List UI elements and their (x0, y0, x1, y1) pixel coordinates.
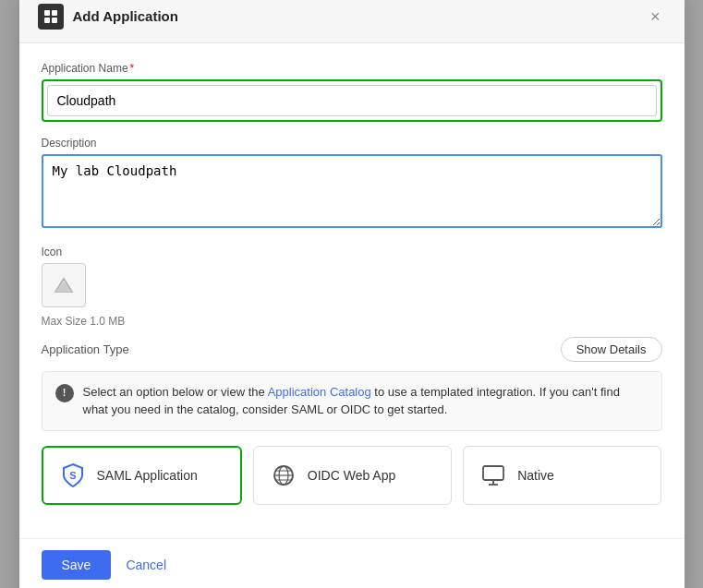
application-catalog-link[interactable]: Application Catalog (268, 385, 371, 399)
app-name-group: Application Name* (42, 62, 662, 122)
modal-body: Application Name* Description My lab Clo… (19, 43, 685, 538)
show-details-button[interactable]: Show Details (561, 337, 662, 362)
app-name-highlight-box (42, 79, 662, 122)
app-type-row: Application Type Show Details (42, 337, 662, 362)
max-size-text: Max Size 1.0 MB (42, 315, 126, 328)
description-label: Description (42, 137, 662, 150)
oidc-globe-icon (269, 461, 298, 490)
app-name-input[interactable] (47, 85, 657, 116)
save-button[interactable]: Save (42, 550, 112, 580)
info-box: ! Select an option below or view the App… (42, 371, 662, 431)
close-button[interactable]: × (645, 6, 666, 27)
app-type-label: Application Type (42, 342, 129, 356)
modal-header: Add Application × (19, 0, 685, 43)
native-monitor-icon (479, 461, 508, 490)
info-text: Select an option below or view the Appli… (83, 383, 648, 419)
app-type-card-saml[interactable]: S SAML Application (42, 446, 242, 505)
svg-rect-1 (52, 10, 57, 16)
description-group: Description My lab Cloudpath (42, 137, 662, 231)
app-header-icon (38, 4, 64, 30)
app-type-card-native[interactable]: Native (463, 446, 661, 505)
native-label: Native (517, 468, 554, 483)
icon-section: Icon Max Size 1.0 MB (42, 246, 662, 328)
app-type-card-oidc[interactable]: OIDC Web App (253, 446, 452, 505)
svg-rect-3 (52, 18, 57, 23)
info-icon: ! (55, 384, 74, 402)
svg-rect-0 (44, 10, 50, 16)
cancel-button[interactable]: Cancel (122, 550, 170, 580)
modal-title: Add Application (73, 8, 178, 24)
svg-rect-2 (44, 18, 50, 23)
description-textarea[interactable]: My lab Cloudpath (42, 154, 662, 228)
saml-label: SAML Application (97, 468, 198, 483)
app-name-label: Application Name* (42, 62, 662, 75)
saml-shield-icon: S (58, 461, 88, 490)
add-application-modal: Add Application × Application Name* Desc… (19, 0, 685, 588)
app-type-cards: S SAML Application (42, 446, 662, 505)
icon-upload-box[interactable] (42, 263, 86, 307)
modal-footer: Save Cancel (19, 538, 685, 589)
svg-text:S: S (69, 470, 76, 481)
svg-rect-12 (483, 466, 503, 480)
modal-header-left: Add Application (38, 4, 178, 30)
oidc-label: OIDC Web App (308, 468, 395, 483)
modal-backdrop: Add Application × Application Name* Desc… (0, 0, 703, 588)
icon-label: Icon (42, 246, 662, 258)
